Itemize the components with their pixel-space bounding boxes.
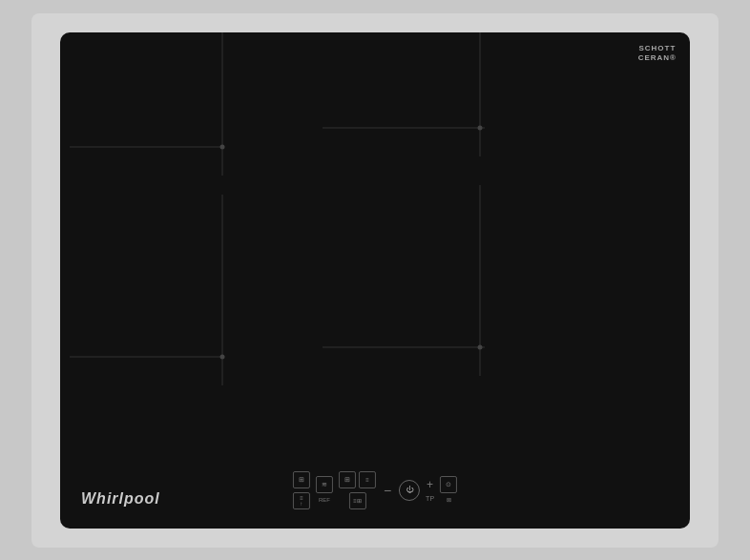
zone1-icon[interactable]: ⊞ — [293, 471, 310, 488]
zone1-control[interactable]: ⊞ ≡↑ — [293, 471, 310, 509]
ref-icon[interactable]: ≋ — [316, 476, 333, 493]
control-panel: ⊞ ≡↑ ≋ REF ⊞ ≡ ≡⊞ − ⏻ — [293, 471, 457, 509]
brand-logo: Whirlpool — [81, 490, 160, 508]
zone2-sub-icon[interactable]: ≡⊞ — [348, 492, 365, 509]
burner-center-dot — [478, 344, 483, 349]
burner-bottom-left — [146, 290, 299, 424]
ref-label: REF — [319, 497, 330, 504]
boost-icon[interactable]: ≡↑ — [293, 492, 310, 509]
zone2b-icon[interactable]: ≡ — [359, 471, 376, 488]
ref-control[interactable]: ≋ REF — [316, 476, 333, 504]
burner-h-line — [70, 356, 222, 357]
burner-center-dot — [478, 125, 483, 130]
burner-h-line — [323, 127, 485, 128]
zone2-control[interactable]: ⊞ ≡ ≡⊞ — [339, 471, 376, 509]
timer-label: TP — [426, 495, 434, 502]
burner-top-left — [146, 80, 299, 214]
burner-top-right — [404, 61, 556, 195]
burner-center-dot — [220, 144, 225, 149]
burner-v-line — [480, 32, 481, 156]
cooktop: SCHOTT CERAN® Whirlpool — [60, 32, 690, 529]
lock-label: ⊠ — [447, 497, 451, 504]
power-button[interactable]: ⏻ — [399, 480, 420, 501]
timer-control[interactable]: + TP — [426, 478, 434, 502]
schott-ceran-logo: SCHOTT CERAN® — [638, 44, 677, 64]
burner-v-line — [222, 32, 223, 176]
minus-button[interactable]: − — [384, 483, 391, 498]
burner-bottom-right — [404, 280, 556, 414]
lock-control[interactable]: ⊙ ⊠ — [440, 476, 457, 504]
plus-label[interactable]: + — [427, 478, 433, 491]
burner-h-line — [70, 146, 222, 147]
burner-center-dot — [220, 354, 225, 359]
product-container: SCHOTT CERAN® Whirlpool — [31, 13, 719, 548]
lock-icon[interactable]: ⊙ — [440, 476, 457, 493]
zone2a-icon[interactable]: ⊞ — [339, 471, 356, 488]
burner-h-line — [323, 346, 485, 347]
